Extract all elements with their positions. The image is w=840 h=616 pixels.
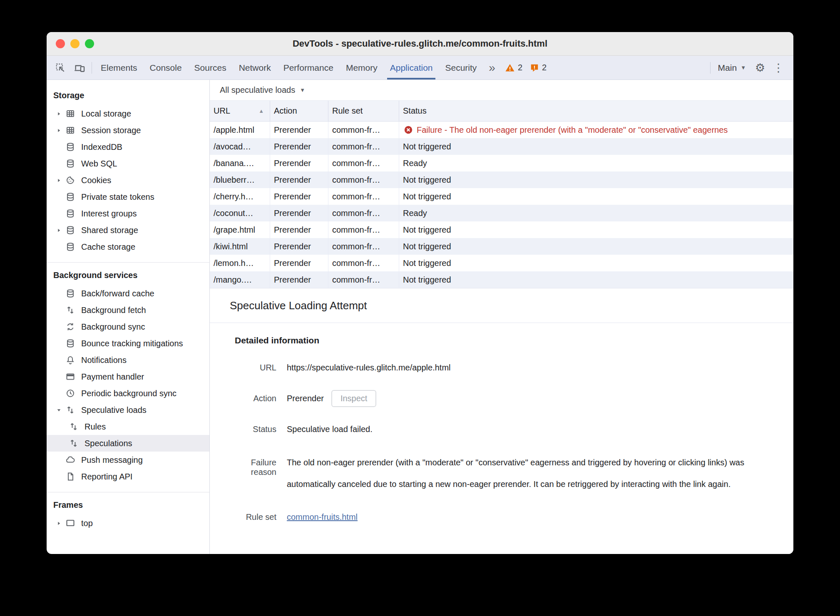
- table-row[interactable]: /lemon.h… Prerender common-fr… Not trigg…: [210, 255, 793, 271]
- sidebar-item-indexeddb[interactable]: IndexedDB: [47, 139, 209, 155]
- sidebar-item-payment-handler[interactable]: Payment handler: [47, 368, 209, 385]
- sidebar-item-bounce-tracking-mitigations[interactable]: Bounce tracking mitigations: [47, 335, 209, 352]
- sort-ascending-icon: ▲: [258, 108, 264, 114]
- section-divider: [47, 492, 209, 492]
- detail-row-status: Status Speculative load failed.: [226, 425, 775, 434]
- up-down-arrows-icon: [65, 305, 76, 315]
- triangle-right-icon[interactable]: [53, 128, 64, 133]
- sidebar-item-speculative-loads[interactable]: Speculative loads: [47, 402, 209, 418]
- triangle-right-icon[interactable]: [53, 111, 64, 117]
- detail-row-rule-set: Rule set common-fruits.html: [226, 512, 775, 522]
- clock-icon: [65, 388, 76, 399]
- section-title-background-services: Background services: [47, 271, 209, 280]
- tab-security[interactable]: Security: [439, 56, 483, 79]
- kebab-menu-icon[interactable]: ⋮: [769, 56, 788, 79]
- warnings-badge[interactable]: 2: [501, 56, 526, 79]
- sidebar-item-notifications[interactable]: Notifications: [47, 352, 209, 368]
- tab-elements[interactable]: Elements: [94, 56, 144, 79]
- sidebar-item-speculations[interactable]: Speculations: [47, 435, 209, 452]
- sidebar-item-private-state-tokens[interactable]: Private state tokens: [47, 189, 209, 205]
- sidebar-item-rules[interactable]: Rules: [47, 418, 209, 435]
- database-icon: [65, 142, 76, 152]
- minimize-window-button[interactable]: [70, 39, 80, 48]
- speculations-panel: All speculative loads ▼ URL ▲ Action Rul…: [210, 80, 793, 554]
- window-title: DevTools - speculative-rules.glitch.me/c…: [293, 38, 547, 49]
- issues-badge[interactable]: 2: [526, 56, 550, 79]
- devtools-tab-bar: Elements Console Sources Network Perform…: [47, 56, 793, 80]
- sidebar-item-background-fetch[interactable]: Background fetch: [47, 302, 209, 318]
- sidebar-item-session-storage[interactable]: Session storage: [47, 122, 209, 139]
- payment-card-icon: [65, 371, 76, 382]
- table-icon: [65, 108, 76, 119]
- warnings-count: 2: [518, 63, 522, 72]
- sidebar-item-periodic-background-sync[interactable]: Periodic background sync: [47, 385, 209, 402]
- loads-filter-dropdown[interactable]: All speculative loads ▼: [220, 85, 305, 95]
- close-window-button[interactable]: [56, 39, 65, 48]
- execution-context-selector[interactable]: Main ▼: [713, 56, 751, 79]
- sidebar-item-back-forward-cache[interactable]: Back/forward cache: [47, 285, 209, 302]
- database-icon: [65, 288, 76, 299]
- column-header-status[interactable]: Status: [399, 101, 793, 121]
- sidebar-item-background-sync[interactable]: Background sync: [47, 318, 209, 335]
- cloud-icon: [65, 455, 76, 465]
- triangle-down-icon[interactable]: [53, 407, 64, 413]
- cookie-icon: [65, 175, 76, 186]
- rule-set-link[interactable]: common-fruits.html: [287, 512, 358, 522]
- tab-memory[interactable]: Memory: [340, 56, 384, 79]
- zoom-window-button[interactable]: [85, 39, 94, 48]
- inspect-element-icon[interactable]: [51, 56, 70, 79]
- inspect-button[interactable]: Inspect: [331, 390, 376, 407]
- detail-row-failure-reason: Failure reason The old non-eager prerend…: [226, 452, 775, 495]
- issues-count: 2: [542, 63, 547, 72]
- column-header-action[interactable]: Action: [270, 101, 328, 121]
- database-icon: [65, 191, 76, 202]
- table-row[interactable]: /mango.… Prerender common-fr… Not trigge…: [210, 271, 793, 288]
- chevron-down-icon: ▼: [300, 87, 305, 93]
- table-row[interactable]: /apple.html Prerender common-fr… Failure…: [210, 122, 793, 138]
- sidebar-item-cookies[interactable]: Cookies: [47, 172, 209, 189]
- more-tabs-icon[interactable]: »: [483, 56, 501, 79]
- title-bar: DevTools - speculative-rules.glitch.me/c…: [47, 32, 793, 56]
- sidebar-item-shared-storage[interactable]: Shared storage: [47, 222, 209, 238]
- table-row[interactable]: /kiwi.html Prerender common-fr… Not trig…: [210, 238, 793, 255]
- triangle-right-icon[interactable]: [53, 178, 64, 183]
- sidebar-item-reporting-api[interactable]: Reporting API: [47, 468, 209, 485]
- gear-icon[interactable]: ⚙: [751, 56, 769, 79]
- devtools-window: DevTools - speculative-rules.glitch.me/c…: [47, 32, 793, 554]
- table-row[interactable]: /coconut… Prerender common-fr… Ready: [210, 205, 793, 221]
- error-icon: [404, 125, 413, 134]
- sidebar-item-cache-storage[interactable]: Cache storage: [47, 238, 209, 255]
- sync-icon: [65, 321, 76, 332]
- sidebar-item-web-sql[interactable]: Web SQL: [47, 155, 209, 172]
- detail-status-value: Speculative load failed.: [287, 425, 373, 434]
- tab-application[interactable]: Application: [384, 56, 439, 79]
- issues-icon: [530, 63, 539, 72]
- triangle-right-icon[interactable]: [53, 521, 64, 526]
- sidebar-item-interest-groups[interactable]: Interest groups: [47, 205, 209, 222]
- tab-sources[interactable]: Sources: [188, 56, 233, 79]
- sidebar-item-top-frame[interactable]: top: [47, 515, 209, 532]
- tab-network[interactable]: Network: [233, 56, 277, 79]
- table-row[interactable]: /avocad… Prerender common-fr… Not trigge…: [210, 138, 793, 155]
- table-icon: [65, 125, 76, 136]
- up-down-arrows-icon: [68, 421, 79, 432]
- table-row[interactable]: /cherry.h… Prerender common-fr… Not trig…: [210, 188, 793, 205]
- triangle-right-icon[interactable]: [53, 228, 64, 233]
- sidebar-item-push-messaging[interactable]: Push messaging: [47, 452, 209, 468]
- detail-row-url: URL https://speculative-rules.glitch.me/…: [226, 363, 775, 373]
- bell-icon: [65, 355, 76, 365]
- section-divider: [47, 262, 209, 263]
- tab-performance[interactable]: Performance: [277, 56, 340, 79]
- application-sidebar: Storage Local storage Session storage In…: [47, 80, 210, 554]
- speculations-toolbar: All speculative loads ▼: [210, 80, 793, 101]
- table-row[interactable]: /grape.html Prerender common-fr… Not tri…: [210, 221, 793, 238]
- column-header-rule-set[interactable]: Rule set: [328, 101, 399, 121]
- detail-action-value: Prerender: [287, 394, 324, 403]
- sidebar-item-local-storage[interactable]: Local storage: [47, 105, 209, 122]
- table-row[interactable]: /banana.… Prerender common-fr… Ready: [210, 155, 793, 171]
- table-row[interactable]: /blueberr… Prerender common-fr… Not trig…: [210, 171, 793, 188]
- tabbar-right-tools: Main ▼ ⚙ ⋮: [708, 56, 788, 79]
- tab-console[interactable]: Console: [144, 56, 188, 79]
- device-toolbar-icon[interactable]: [70, 56, 89, 79]
- column-header-url[interactable]: URL ▲: [210, 101, 270, 121]
